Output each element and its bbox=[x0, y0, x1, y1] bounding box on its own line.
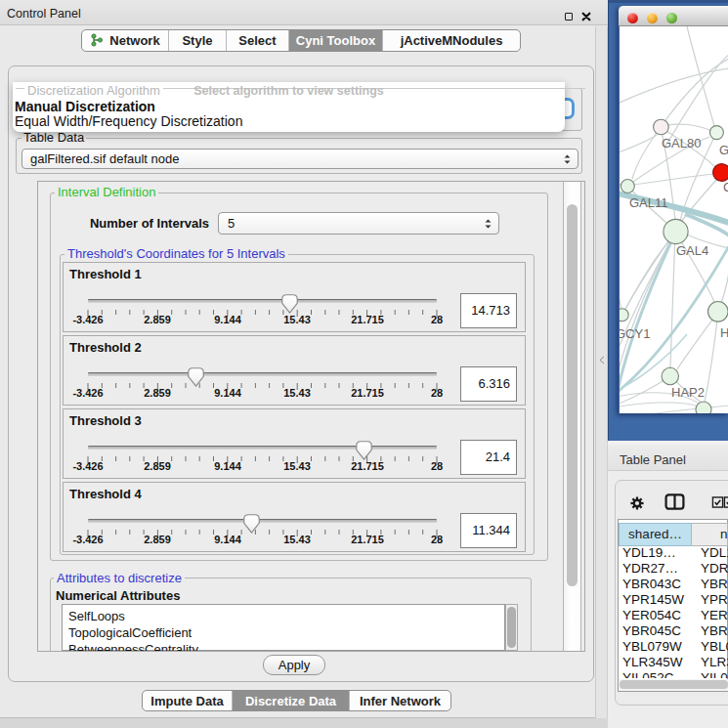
svg-text:GAL: GAL bbox=[719, 143, 728, 157]
svg-text:GAL11: GAL11 bbox=[629, 195, 668, 210]
svg-text:HAP2: HAP2 bbox=[671, 385, 705, 400]
svg-text:GAL4: GAL4 bbox=[676, 243, 708, 258]
svg-text:GCY1: GCY1 bbox=[620, 326, 650, 341]
svg-text:C: C bbox=[723, 180, 728, 194]
svg-text:H: H bbox=[720, 325, 728, 340]
svg-text:GAL80: GAL80 bbox=[662, 136, 701, 150]
